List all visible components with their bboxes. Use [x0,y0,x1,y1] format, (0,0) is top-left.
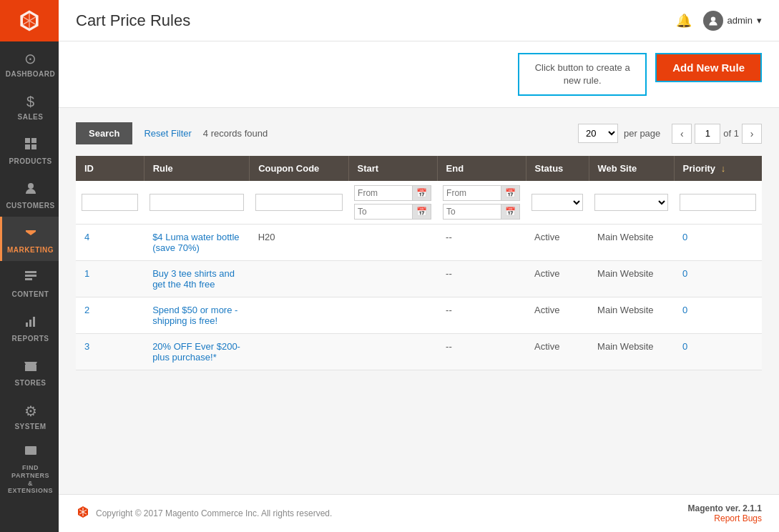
system-icon: ⚙ [24,403,37,420]
pagination: ‹ of 1 › [672,124,762,144]
notification-bell-icon[interactable]: 🔔 [676,13,692,29]
filter-row: 📅 📅 📅 [76,181,762,225]
svg-rect-10 [29,320,31,327]
rule-link[interactable]: Buy 3 tee shirts and get the 4th free [152,268,235,290]
svg-rect-1 [31,138,36,143]
id-link[interactable]: 4 [84,232,89,242]
report-bugs-link[interactable]: Report Bugs [714,513,762,523]
rule-link[interactable]: 20% OFF Ever $200-plus purchase!* [152,341,240,363]
start-from-input[interactable] [355,186,412,200]
footer-right: Magento ver. 2.1.1 Report Bugs [688,503,762,523]
priority-link[interactable]: 0 [682,268,687,279]
cell-start [348,261,437,297]
end-to-input[interactable] [444,205,501,219]
filter-priority-input[interactable] [680,194,756,211]
sidebar-item-products[interactable]: PRODUCTS [0,128,59,172]
cell-rule: Buy 3 tee shirts and get the 4th free [144,261,250,297]
cell-priority: 0 [674,334,762,370]
top-header: Cart Price Rules 🔔 admin ▾ [59,0,779,41]
website-filter-select[interactable]: Main Website [595,194,667,210]
cell-priority: 0 [674,225,762,261]
start-to-input[interactable] [355,205,412,219]
cell-website: Main Website [589,261,674,297]
cell-status: Active [526,297,589,334]
cell-start [348,225,437,261]
table-row: 3 20% OFF Ever $200-plus purchase!* -- A… [76,334,762,370]
rule-link[interactable]: Spend $50 or more - shipping is free! [152,305,237,326]
filter-id-input[interactable] [82,194,138,211]
filter-rule-input[interactable] [150,194,244,211]
svg-point-17 [710,16,715,21]
admin-user-menu[interactable]: admin ▾ [703,11,762,31]
id-link[interactable]: 2 [84,305,89,315]
prev-page-button[interactable]: ‹ [672,124,692,144]
filter-website: Main Website [589,181,674,225]
rule-link[interactable]: $4 Luma water bottle (save 70%) [152,232,239,253]
table-row: 2 Spend $50 or more - shipping is free! … [76,297,762,334]
next-page-button[interactable]: › [742,124,762,144]
search-button[interactable]: Search [76,122,132,144]
sidebar-item-label: FIND PARTNERS& EXTENSIONS [5,464,56,495]
cell-rule: 20% OFF Ever $200-plus purchase!* [144,334,250,370]
toolbar: Search Reset Filter 4 records found 20 1… [76,122,762,144]
add-new-rule-button[interactable]: Add New Rule [655,53,762,82]
sidebar-item-sales[interactable]: $ SALES [0,85,59,128]
cell-website: Main Website [589,297,674,334]
data-table: ID Rule Coupon Code Start End Status Web… [76,156,762,370]
sidebar-item-customers[interactable]: CUSTOMERS [0,172,59,217]
svg-rect-5 [26,230,36,232]
col-header-priority: Priority ↓ [674,156,762,181]
cell-end: -- [437,261,526,297]
cell-rule: Spend $50 or more - shipping is free! [144,297,250,334]
filter-status: Active Inactive [526,181,589,225]
main-content: Cart Price Rules 🔔 admin ▾ Click button … [59,0,779,532]
svg-rect-3 [31,144,36,149]
reset-filter-link[interactable]: Reset Filter [144,128,191,139]
sort-icon: ↓ [721,163,726,174]
avatar [703,11,723,31]
sidebar-item-dashboard[interactable]: ⊙ DASHBOARD [0,41,59,85]
filter-end: 📅 📅 [437,181,526,225]
priority-link[interactable]: 0 [682,341,687,352]
end-from-calendar-button[interactable]: 📅 [501,186,519,200]
reports-icon [24,314,38,332]
sidebar-item-marketing[interactable]: MARKETING [0,217,59,261]
cell-rule: $4 Luma water bottle (save 70%) [144,225,250,261]
filter-start: 📅 📅 [348,181,437,225]
status-filter-select[interactable]: Active Inactive [532,194,582,210]
start-to-calendar-button[interactable]: 📅 [412,205,431,219]
sidebar-item-reports[interactable]: REPORTS [0,305,59,350]
sidebar-item-label: CUSTOMERS [6,202,54,210]
svg-rect-15 [27,449,34,450]
id-link[interactable]: 1 [84,268,89,279]
end-to-calendar-button[interactable]: 📅 [501,205,519,219]
page-input[interactable] [695,124,720,144]
admin-label: admin [727,15,753,26]
per-page-dropdown[interactable]: 20 10 30 50 100 200 [578,124,618,143]
filter-rule [144,181,250,225]
svg-rect-16 [27,451,32,453]
sidebar-item-content[interactable]: CONTENT [0,261,59,305]
sidebar-logo[interactable] [0,0,59,41]
marketing-icon [24,225,38,243]
sidebar-item-label: REPORTS [12,335,49,343]
svg-rect-14 [25,446,36,455]
sidebar-item-stores[interactable]: STORES [0,350,59,394]
cell-start [348,334,437,370]
filter-coupon-input[interactable] [255,194,343,211]
id-link[interactable]: 3 [84,341,89,352]
end-from-input[interactable] [444,186,501,200]
priority-link[interactable]: 0 [682,305,687,315]
priority-link[interactable]: 0 [682,232,687,242]
cell-status: Active [526,261,589,297]
svg-rect-2 [25,144,30,149]
cell-id: 3 [76,334,144,370]
website-select-wrap: Main Website [594,194,668,211]
sidebar-item-system[interactable]: ⚙ SYSTEM [0,394,59,438]
sidebar-item-find-partners[interactable]: FIND PARTNERS& EXTENSIONS [0,438,59,501]
cell-coupon [250,334,348,370]
footer-left: Copyright © 2017 Magento Commerce Inc. A… [76,505,332,523]
sidebar-item-label: PRODUCTS [9,157,52,165]
start-from-calendar-button[interactable]: 📅 [412,186,431,200]
cell-id: 2 [76,297,144,334]
